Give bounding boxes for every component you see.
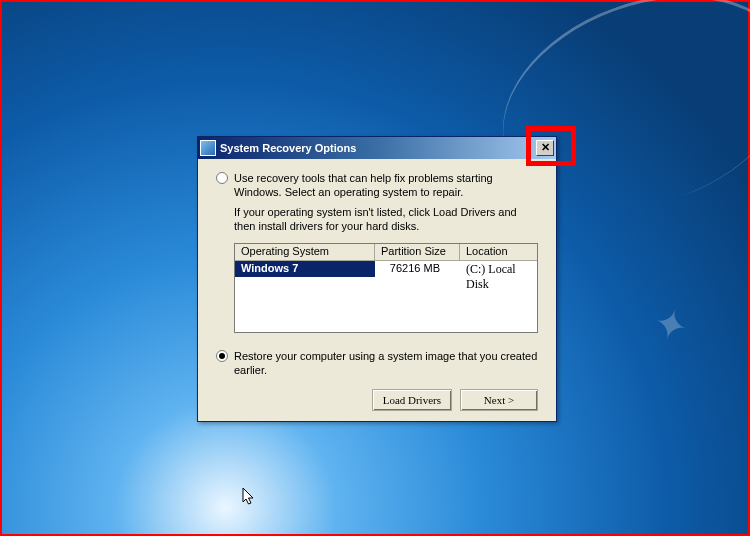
option2-label: Restore your computer using a system ima… [234,349,538,377]
radio-recovery-tools[interactable] [216,172,228,184]
option1-hint: If your operating system isn't listed, c… [234,205,538,233]
cell-partition-size: 76216 MB [375,261,460,277]
dialog-title: System Recovery Options [220,142,536,154]
desktop-background: ✦ System Recovery Options ✕ Use recovery… [0,0,750,536]
cell-os: Windows 7 [235,261,375,277]
option-system-image: Restore your computer using a system ima… [216,349,538,377]
load-drivers-button[interactable]: Load Drivers [372,389,452,411]
radio-system-image[interactable] [216,350,228,362]
button-row: Load Drivers Next > [216,389,538,411]
option1-label: Use recovery tools that can help fix pro… [234,171,538,199]
table-row[interactable]: Windows 7 76216 MB (C:) Local Disk [235,261,537,277]
option-recovery-tools: Use recovery tools that can help fix pro… [216,171,538,199]
header-location[interactable]: Location [460,244,537,260]
background-leaf: ✦ [649,298,694,351]
list-header: Operating System Partition Size Location [235,244,537,261]
mouse-cursor-icon [242,488,256,508]
cell-location: (C:) Local Disk [460,261,537,277]
system-recovery-dialog: System Recovery Options ✕ Use recovery t… [197,136,557,422]
dialog-icon [200,140,216,156]
dialog-titlebar: System Recovery Options ✕ [198,137,556,159]
red-highlight-annotation [526,126,576,166]
next-button[interactable]: Next > [460,389,538,411]
os-list: Operating System Partition Size Location… [234,243,538,333]
header-partition-size[interactable]: Partition Size [375,244,460,260]
dialog-content: Use recovery tools that can help fix pro… [198,159,556,421]
header-os[interactable]: Operating System [235,244,375,260]
